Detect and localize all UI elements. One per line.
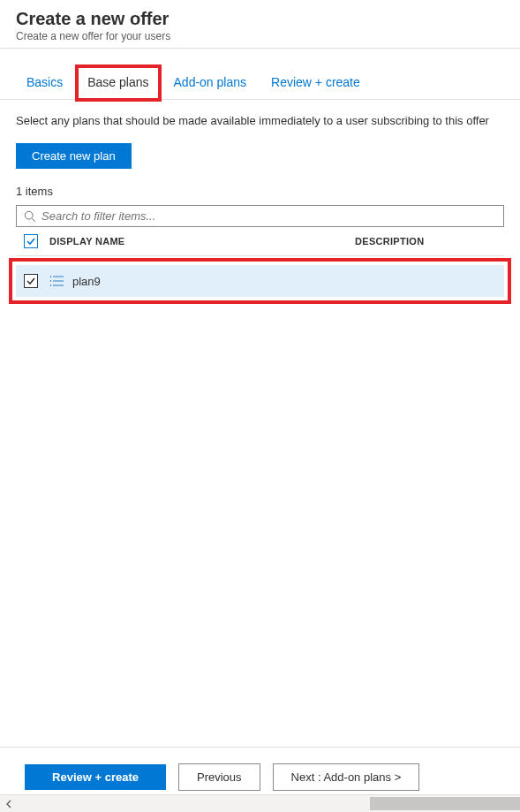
create-new-plan-button[interactable]: Create new plan — [16, 143, 132, 169]
plans-table: DISPLAY NAME DESCRIPTION plan9 — [16, 227, 504, 297]
tab-base-plans[interactable]: Base plans — [77, 66, 159, 100]
scroll-left-arrow[interactable] — [0, 795, 18, 813]
tabs: Basics Base plans Add-on plans Review + … — [0, 66, 520, 100]
select-all-checkbox[interactable] — [24, 234, 38, 248]
item-count: 1 items — [16, 185, 504, 198]
next-button[interactable]: Next : Add-on plans > — [273, 763, 420, 791]
search-input[interactable] — [41, 209, 496, 223]
search-icon — [24, 210, 36, 223]
svg-line-1 — [32, 218, 35, 222]
content-area: Select any plans that should be made ava… — [0, 100, 520, 297]
tab-basics[interactable]: Basics — [16, 66, 73, 99]
page-header: Create a new offer Create a new offer fo… — [0, 0, 520, 49]
table-row[interactable]: plan9 — [16, 265, 504, 297]
tab-addon-plans[interactable]: Add-on plans — [163, 66, 258, 99]
search-box[interactable] — [16, 205, 504, 227]
tab-description: Select any plans that should be made ava… — [16, 114, 504, 127]
scroll-thumb[interactable] — [370, 797, 520, 810]
footer: Review + create Previous Next : Add-on p… — [0, 747, 520, 791]
row-checkbox[interactable] — [24, 274, 38, 288]
plan-icon — [46, 274, 67, 288]
review-create-button[interactable]: Review + create — [25, 764, 166, 790]
horizontal-scrollbar[interactable] — [0, 794, 520, 812]
column-display-name[interactable]: DISPLAY NAME — [46, 236, 355, 247]
table-header: DISPLAY NAME DESCRIPTION — [16, 227, 504, 256]
row-display-name: plan9 — [72, 275, 101, 288]
scroll-track[interactable] — [18, 795, 520, 812]
tab-review-create[interactable]: Review + create — [260, 66, 371, 99]
page-title: Create a new offer — [16, 9, 504, 29]
previous-button[interactable]: Previous — [178, 763, 260, 791]
svg-point-0 — [25, 211, 33, 219]
page-subtitle: Create a new offer for your users — [16, 30, 504, 42]
column-description[interactable]: DESCRIPTION — [355, 236, 504, 247]
